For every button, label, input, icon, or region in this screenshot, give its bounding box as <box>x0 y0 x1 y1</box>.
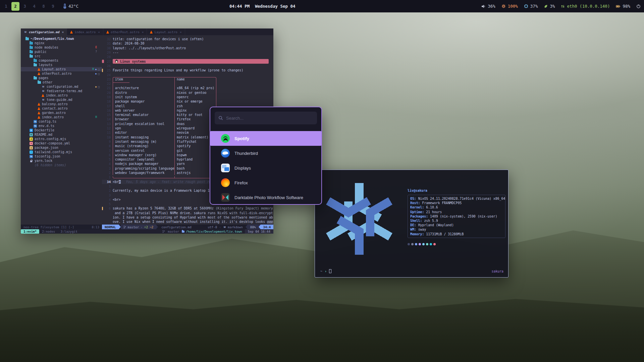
tree-item[interactable]: tsconfig.json <box>21 154 102 159</box>
tree-item[interactable]: tailwind.config.mjs <box>21 150 102 154</box>
tree-item[interactable]: otherPost.astro ● □ <box>21 71 102 76</box>
tree-item[interactable]: Layout.astro H ● □ <box>21 67 102 71</box>
tree-item-label: public <box>35 50 46 54</box>
workspace-button[interactable]: 1 <box>2 2 10 11</box>
file-icon <box>30 155 33 158</box>
info-value: Hyprland (Wayland) <box>418 223 454 227</box>
tree-item[interactable]: astro.config.mjs <box>21 137 102 141</box>
tree-item[interactable]: Dockerfile <box>21 128 102 132</box>
tree-item-label: otherPost.astro <box>42 72 71 75</box>
tree-item[interactable]: balcony.astro <box>21 102 102 106</box>
tree-item-marks: E <box>95 46 101 49</box>
temperature-module[interactable]: 42°C <box>63 4 78 9</box>
terminal-cursor <box>329 269 331 273</box>
info-label: WM: <box>410 228 416 231</box>
file-icon <box>34 77 37 79</box>
palette-dot <box>430 243 432 245</box>
table-header-line: 23 item name <box>102 77 273 81</box>
tree-item[interactable]: fediverse-terms.md <box>21 89 102 93</box>
info-line: Kernel:6.10.6 <box>410 205 503 209</box>
gear-icon <box>501 4 506 8</box>
workspace-button[interactable]: 4 <box>30 2 38 11</box>
tree-item[interactable]: configuration.md ● □ <box>21 84 102 89</box>
tree-item[interactable]: src <box>21 54 102 58</box>
tree-item[interactable]: env.d.ts <box>21 124 102 128</box>
neotree-cursor-pos: 8:13 <box>92 225 99 229</box>
launcher-item[interactable]: Darktable Photo Workflow Software <box>210 190 321 205</box>
memory-module[interactable]: 37% <box>524 4 538 9</box>
power-icon <box>636 4 641 8</box>
tree-item[interactable]: garden.astro <box>21 111 102 115</box>
table-header-name: name <box>174 77 216 81</box>
wallpaper-foreground-hills <box>0 268 644 362</box>
launcher-item[interactable]: Thunderbird <box>210 146 321 161</box>
tree-item[interactable]: docker-compose.yml <box>21 141 102 145</box>
buffer-tab[interactable]: otherPost.astro × <box>103 28 147 35</box>
volume-module[interactable]: 36% <box>481 4 495 9</box>
tree-item[interactable]: node_modules E <box>21 45 102 50</box>
intro-block: 26 25Favorite things regarding Linux and… <box>102 64 273 77</box>
close-icon[interactable]: × <box>180 30 182 34</box>
filetype-icon <box>24 30 27 34</box>
tree-item[interactable]: tone-guide.md <box>21 98 102 102</box>
table-cell-item: architecture <box>113 86 174 90</box>
tmux-path: /home/liv/Development/liv.town <box>182 230 242 233</box>
tmux-window[interactable]: 2:nodes <box>39 229 58 234</box>
markdown-heading: Linux systems <box>113 59 269 63</box>
tree-item[interactable]: index.astro H <box>21 115 102 119</box>
search-input[interactable] <box>226 116 313 121</box>
clock[interactable]: 04:44 PM Wednesday Sep 04 <box>229 0 296 12</box>
launcher-item[interactable]: Firefox <box>210 175 321 190</box>
tree-item[interactable]: README.md <box>21 132 102 137</box>
info-line: Shell:zsh 5.9 <box>410 219 503 223</box>
workspace-button[interactable]: 2 <box>11 2 19 11</box>
buffer-tab[interactable]: configuration.md × <box>21 28 67 35</box>
tree-item[interactable]: contact.astro <box>21 106 102 111</box>
tree-item[interactable]: nginx <box>21 41 102 45</box>
workspace-button[interactable]: 9 <box>49 2 57 11</box>
palette-dot <box>419 243 421 245</box>
statusline: NORMAL master › +2 ~2 configuration.md u… <box>102 225 273 229</box>
editor-line: 24 <box>102 72 273 77</box>
close-icon[interactable]: × <box>62 30 64 34</box>
tmux-window[interactable]: 3:lazygit <box>58 229 80 234</box>
tmux-datetime: Sep 04 16:44 <box>245 229 273 234</box>
search-box[interactable] <box>215 112 317 124</box>
network-module[interactable]: eth0 (10.0.0.140) <box>561 4 610 9</box>
tmux-window[interactable]: 1:nvim* <box>21 229 39 234</box>
cpu-module[interactable]: 3% <box>544 4 555 9</box>
tree-item[interactable]: layouts <box>21 63 102 67</box>
close-icon[interactable]: × <box>98 30 100 34</box>
tree-item[interactable]: pages <box>21 76 102 80</box>
file-icon <box>30 133 33 136</box>
gear-module[interactable]: 100% <box>501 4 518 9</box>
tree-item[interactable]: public ? <box>21 50 102 54</box>
tree-item[interactable]: config.ts <box>21 119 102 124</box>
tree-item[interactable]: index.astro <box>21 93 102 98</box>
app-label: Firefox <box>234 180 248 185</box>
battery-module[interactable]: 98% <box>616 4 630 9</box>
power-button[interactable] <box>636 4 641 8</box>
tree-item-marks: ● □ <box>94 72 101 75</box>
filetype-icon <box>106 31 109 34</box>
buffer-tab[interactable]: index.astro × <box>67 28 103 35</box>
workspace-button[interactable]: 8 <box>40 2 48 11</box>
file-icon <box>38 116 40 119</box>
buffer-tab[interactable]: Layout.astro × <box>147 28 185 35</box>
tree-item[interactable]: components <box>21 58 102 63</box>
tree-item[interactable]: package.json <box>21 145 102 150</box>
prompt-directory: ~ <box>320 269 322 273</box>
tree-item[interactable]: (6 hidden items) <box>21 163 102 167</box>
tree-item-label: balcony.astro <box>42 102 68 106</box>
shell-prompt[interactable]: ~ › <box>320 269 331 273</box>
close-icon[interactable]: × <box>142 30 144 34</box>
tree-item[interactable]: ~/Development/liv.town <box>21 37 102 41</box>
terminal-window[interactable]: liv@sakura OS:NixOS 24.11.20240828.71e91… <box>315 170 508 278</box>
launcher-item[interactable]: Displays <box>210 161 321 175</box>
file-icon <box>34 120 37 123</box>
network-value: eth0 (10.0.0.140) <box>567 4 610 9</box>
tree-item[interactable]: yarn.lock <box>21 159 102 163</box>
tree-item[interactable]: other <box>21 80 102 84</box>
workspace-button[interactable]: 3 <box>21 2 29 11</box>
launcher-item[interactable]: Spotify <box>210 131 321 146</box>
